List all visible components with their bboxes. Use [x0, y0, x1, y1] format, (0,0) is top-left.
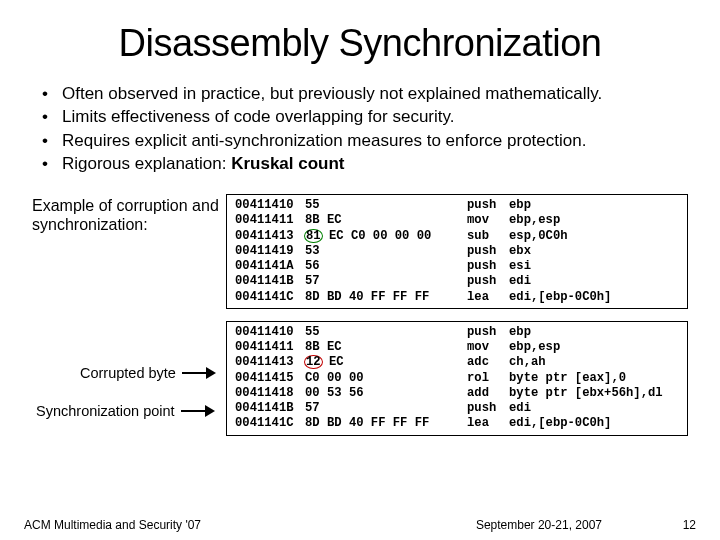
sync-point-label: Synchronization point	[36, 403, 215, 419]
slide-title: Disassembly Synchronization	[28, 22, 692, 65]
footer-conference: ACM Multimedia and Security '07	[24, 518, 244, 532]
arrow-icon	[181, 405, 215, 417]
arrow-icon	[182, 367, 216, 379]
slide-footer: ACM Multimedia and Security '07 Septembe…	[0, 518, 720, 532]
corrupted-byte-label: Corrupted byte	[80, 365, 216, 381]
bullet-item: Limits effectiveness of code overlapping…	[36, 106, 692, 127]
bullet-item: Often observed in practice, but previous…	[36, 83, 692, 104]
code-block-original: 0041141055pushebp004114118B ECmovebp,esp…	[226, 194, 688, 309]
code-block-corrupted: 0041141055pushebp004114118B ECmovebp,esp…	[226, 321, 688, 436]
footer-page-number: 12	[656, 518, 696, 532]
footer-date: September 20-21, 2007	[244, 518, 656, 532]
kruskal-bold: Kruskal count	[231, 154, 344, 173]
bullet-item: Requires explicit anti-synchronization m…	[36, 130, 692, 151]
example-label: Example of corruption and synchronizatio…	[28, 194, 226, 234]
bullet-item: Rigorous explanation: Kruskal count	[36, 153, 692, 174]
bullet-list: Often observed in practice, but previous…	[36, 83, 692, 174]
